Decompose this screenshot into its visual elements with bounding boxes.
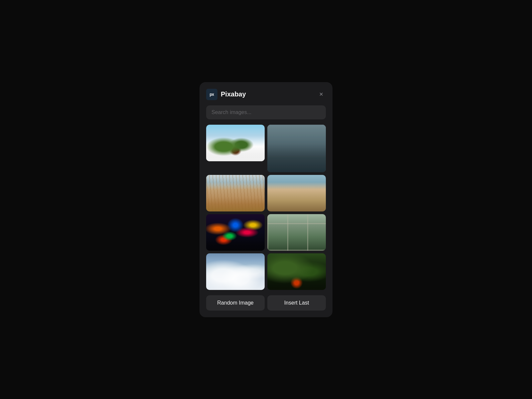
modal-header: px Pixabay ×: [206, 89, 326, 100]
image-cell[interactable]: [267, 253, 326, 290]
close-icon: ×: [319, 90, 323, 98]
image-cell[interactable]: [267, 214, 326, 251]
modal-title: Pixabay: [221, 90, 246, 98]
close-button[interactable]: ×: [317, 90, 326, 99]
search-input[interactable]: [206, 105, 326, 119]
image-cell[interactable]: [206, 214, 265, 251]
image-cell[interactable]: [267, 175, 326, 211]
image-cell[interactable]: [206, 253, 265, 290]
image-grid: [206, 125, 326, 290]
insert-last-button[interactable]: Insert Last: [267, 295, 326, 311]
random-image-button[interactable]: Random Image: [206, 295, 265, 311]
image-cell[interactable]: [267, 125, 326, 172]
footer-buttons: Random Image Insert Last: [206, 295, 326, 311]
pixabay-logo: px: [206, 89, 217, 100]
pixabay-modal: px Pixabay × Random Image Insert Last: [200, 82, 332, 317]
header-left: px Pixabay: [206, 89, 246, 100]
image-cell[interactable]: [206, 125, 265, 161]
image-cell[interactable]: [206, 175, 265, 211]
